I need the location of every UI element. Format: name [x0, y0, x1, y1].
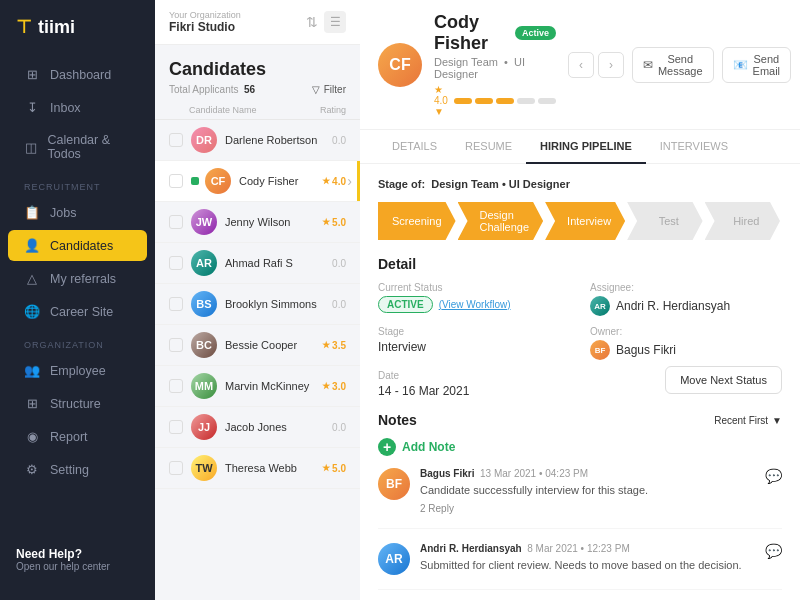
- rating-dot: [517, 98, 535, 104]
- notes-section-header: Notes Recent First ▼: [378, 412, 782, 428]
- note-item: AR Andri R. Herdiansyah 8 Mar 2021 • 12:…: [378, 543, 782, 590]
- candidate-list-item[interactable]: BS Brooklyn Simmons 0.0: [155, 284, 360, 325]
- stage-hired[interactable]: Hired: [705, 202, 780, 240]
- sidebar-item-employee[interactable]: 👥 Employee: [8, 355, 147, 386]
- candidate-avatar: AR: [191, 250, 217, 276]
- candidate-list-item[interactable]: JJ Jacob Jones 0.0: [155, 407, 360, 448]
- send-message-button[interactable]: ✉ Send Message: [632, 47, 714, 83]
- structure-icon: ⊞: [24, 396, 40, 411]
- notes-title: Notes: [378, 412, 417, 428]
- candidate-rating: ★5.0: [322, 463, 346, 474]
- candidate-checkbox[interactable]: [169, 297, 183, 311]
- next-candidate-button[interactable]: ›: [598, 52, 624, 78]
- candidate-list-item[interactable]: CF Cody Fisher ★4.0 ›: [155, 161, 360, 202]
- date-field: Date 14 - 16 Mar 2021: [378, 370, 469, 398]
- add-note-button[interactable]: + Add Note: [378, 438, 782, 456]
- need-help-title[interactable]: Need Help?: [16, 547, 139, 561]
- rating-dot: [538, 98, 556, 104]
- candidate-avatar: BS: [191, 291, 217, 317]
- candidate-list-item[interactable]: JW Jenny Wilson ★5.0: [155, 202, 360, 243]
- candidate-list-item[interactable]: TW Theresa Webb ★5.0: [155, 448, 360, 489]
- note-comment-icon[interactable]: 💬: [765, 468, 782, 514]
- move-next-status-button[interactable]: Move Next Status: [665, 366, 782, 394]
- candidate-checkbox[interactable]: [169, 420, 183, 434]
- org-selector[interactable]: Your Organization Fikri Studio ⇅ ☰: [155, 0, 360, 45]
- candidate-checkbox[interactable]: [169, 461, 183, 475]
- recent-first-sort[interactable]: Recent First ▼: [714, 415, 782, 426]
- candidate-rating: ★4.0: [322, 176, 346, 187]
- sidebar-item-candidates[interactable]: 👤 Candidates: [8, 230, 147, 261]
- status-active-badge: ACTIVE: [378, 296, 433, 313]
- candidate-name: Jenny Wilson: [225, 216, 314, 228]
- candidate-name: Darlene Robertson: [225, 134, 324, 146]
- header-actions: ‹ › ✉ Send Message 📧 Send Email: [568, 47, 791, 83]
- detail-section: Detail Current Status ACTIVE (View Workf…: [378, 256, 782, 398]
- candidate-list-item[interactable]: BC Bessie Cooper ★3.5: [155, 325, 360, 366]
- candidate-list-item[interactable]: MM Marvin McKinney ★3.0: [155, 366, 360, 407]
- sidebar-item-referrals[interactable]: △ My referrals: [8, 263, 147, 294]
- sidebar-item-structure[interactable]: ⊞ Structure: [8, 388, 147, 419]
- candidate-checkbox[interactable]: [169, 256, 183, 270]
- view-workflow-link[interactable]: (View Workflow): [439, 299, 511, 310]
- stage-field: Stage Interview: [378, 326, 570, 360]
- tab-resume[interactable]: RESUME: [451, 130, 526, 164]
- rating-dot: [496, 98, 514, 104]
- tab-details[interactable]: DETAILS: [378, 130, 451, 164]
- note-text: Submitted for client review. Needs to mo…: [420, 557, 755, 574]
- sidebar: ⊤ tiimi ⊞ Dashboard ↧ Inbox ◫ Calendar &…: [0, 0, 155, 600]
- status-badge: Active: [515, 26, 556, 40]
- note-reply-count[interactable]: 2 Reply: [420, 503, 755, 514]
- org-dropdown-icon[interactable]: ⇅: [306, 14, 318, 30]
- candidate-checkbox[interactable]: [169, 174, 183, 188]
- tab-interviews[interactable]: INTERVIEWS: [646, 130, 742, 164]
- pipeline-stages: Screening Design Challenge Interview Tes…: [378, 202, 782, 240]
- sort-icon: ▼: [772, 415, 782, 426]
- tab-hiring-pipeline[interactable]: HIRING PIPELINE: [526, 130, 646, 164]
- candidate-detail-header: CF Cody Fisher Active Design Team • UI D…: [360, 0, 800, 130]
- candidate-checkbox[interactable]: [169, 133, 183, 147]
- candidate-avatar: JW: [191, 209, 217, 235]
- note-comment-icon[interactable]: 💬: [765, 543, 782, 575]
- note-meta: Andri R. Herdiansyah 8 Mar 2021 • 12:23 …: [420, 543, 755, 554]
- candidate-checkbox[interactable]: [169, 338, 183, 352]
- send-email-button[interactable]: 📧 Send Email: [722, 47, 792, 83]
- sidebar-item-report[interactable]: ◉ Report: [8, 421, 147, 452]
- sidebar-item-dashboard[interactable]: ⊞ Dashboard: [8, 59, 147, 90]
- sidebar-item-calendar[interactable]: ◫ Calendar & Todos: [8, 125, 147, 169]
- sidebar-item-jobs[interactable]: 📋 Jobs: [8, 197, 147, 228]
- date-label: Date: [378, 370, 469, 381]
- candidate-checkbox[interactable]: [169, 215, 183, 229]
- candidate-list-item[interactable]: DR Darlene Robertson 0.0: [155, 120, 360, 161]
- detail-content: Stage of: Design Team • UI Designer Scre…: [360, 164, 800, 600]
- candidate-checkbox[interactable]: [169, 379, 183, 393]
- candidate-list-item[interactable]: AR Ahmad Rafi S 0.0: [155, 243, 360, 284]
- prev-candidate-button[interactable]: ‹: [568, 52, 594, 78]
- owner-name: Bagus Fikri: [616, 343, 676, 357]
- note-content: Bagus Fikri 13 Mar 2021 • 04:23 PM Candi…: [420, 468, 755, 514]
- sidebar-item-setting[interactable]: ⚙ Setting: [8, 454, 147, 485]
- detail-panel: CF Cody Fisher Active Design Team • UI D…: [360, 0, 800, 600]
- candidate-name: Theresa Webb: [225, 462, 314, 474]
- stage-screening[interactable]: Screening: [378, 202, 456, 240]
- total-applicants-label: Total Applicants 56: [169, 84, 255, 95]
- need-help-subtitle[interactable]: Open our help center: [16, 561, 139, 572]
- sidebar-item-career[interactable]: 🌐 Career Site: [8, 296, 147, 327]
- total-count: 56: [244, 84, 255, 95]
- rating-value: ★ 4.0 ▼: [434, 84, 448, 117]
- note-item: BF Bagus Fikri 13 Mar 2021 • 04:23 PM Ca…: [378, 468, 782, 529]
- filter-icon: ▽: [312, 84, 320, 95]
- candidate-name: Cody Fisher: [239, 175, 314, 187]
- avatar: CF: [378, 43, 422, 87]
- sidebar-item-label: My referrals: [50, 272, 116, 286]
- stage-interview[interactable]: Interview: [545, 202, 625, 240]
- filter-button[interactable]: ▽ Filter: [312, 84, 346, 95]
- stage-test[interactable]: Test: [627, 202, 702, 240]
- sidebar-item-label: Structure: [50, 397, 101, 411]
- sidebar-item-inbox[interactable]: ↧ Inbox: [8, 92, 147, 123]
- candidates-panel: Your Organization Fikri Studio ⇅ ☰ Candi…: [155, 0, 360, 600]
- selected-indicator: [191, 177, 199, 185]
- candidate-rating: 0.0: [332, 299, 346, 310]
- collapse-button[interactable]: ☰: [324, 11, 346, 33]
- owner-field: Owner: BF Bagus Fikri: [590, 326, 782, 360]
- stage-design-challenge[interactable]: Design Challenge: [458, 202, 544, 240]
